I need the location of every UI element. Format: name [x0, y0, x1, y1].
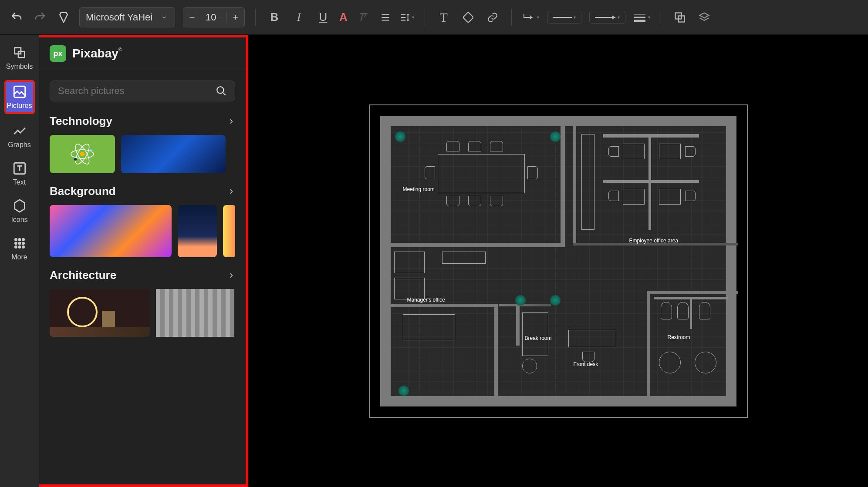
- category-expand-button[interactable]: [227, 188, 235, 195]
- italic-button[interactable]: I: [290, 9, 307, 26]
- svg-point-19: [18, 246, 20, 248]
- picture-thumb[interactable]: [121, 135, 226, 173]
- group-button[interactable]: [672, 9, 688, 26]
- toilet: [661, 302, 672, 319]
- rail-item-text[interactable]: Text: [4, 158, 35, 189]
- font-size-decrease-button[interactable]: −: [183, 8, 201, 27]
- chair: [490, 196, 503, 206]
- rail-item-graphs[interactable]: Graphs: [4, 121, 35, 151]
- wall: [573, 121, 576, 243]
- main-area: Symbols Pictures Graphs Text Icons More …: [0, 35, 868, 487]
- counter: [522, 312, 548, 356]
- rail-label: More: [11, 253, 27, 261]
- font-size-increase-button[interactable]: +: [227, 8, 244, 27]
- font-color-button[interactable]: A: [339, 10, 348, 24]
- left-rail: Symbols Pictures Graphs Text Icons More: [0, 35, 39, 487]
- undo-button[interactable]: [9, 10, 24, 25]
- wall: [385, 121, 391, 401]
- chair: [582, 352, 594, 362]
- svg-point-27: [74, 158, 77, 161]
- insert-text-button[interactable]: T: [436, 9, 452, 26]
- room-label-restroom: Restroom: [668, 334, 690, 340]
- picture-thumb[interactable]: [50, 135, 115, 173]
- line-style-button[interactable]: ▾: [547, 11, 581, 24]
- category-technology: Technology: [39, 112, 246, 182]
- plant-icon: [550, 295, 561, 306]
- chair: [685, 191, 696, 201]
- font-family-select[interactable]: Microsoft YaHei: [79, 7, 175, 27]
- svg-point-21: [217, 87, 223, 93]
- drawing-page[interactable]: Meeting room Employee office area: [369, 104, 748, 418]
- search-input[interactable]: [58, 85, 216, 97]
- category-title: Background: [50, 185, 116, 198]
- picture-thumb[interactable]: [156, 289, 234, 337]
- format-painter-button[interactable]: [56, 10, 71, 25]
- shape-button[interactable]: [460, 9, 476, 26]
- rail-item-symbols[interactable]: Symbols: [4, 43, 35, 73]
- chart-line-icon: [12, 124, 27, 138]
- desk: [623, 144, 645, 159]
- chair: [446, 196, 459, 206]
- chair: [527, 166, 538, 179]
- picture-thumb[interactable]: [50, 205, 172, 257]
- chair: [685, 146, 696, 157]
- font-size-value: 10: [206, 12, 216, 23]
- redo-button[interactable]: [32, 10, 48, 25]
- front-desk: [568, 330, 616, 347]
- wall: [726, 121, 731, 401]
- chair: [468, 141, 481, 151]
- copyright-icon: ©: [118, 47, 122, 53]
- bold-button[interactable]: B: [266, 9, 283, 26]
- room-label-meeting: Meeting room: [403, 186, 435, 192]
- svg-point-26: [90, 149, 92, 152]
- connector-style-button[interactable]: ▾: [522, 12, 539, 23]
- wall: [647, 291, 650, 404]
- line-height-button[interactable]: ▾: [399, 12, 414, 23]
- layers-button[interactable]: [696, 9, 713, 26]
- picture-thumb[interactable]: [50, 289, 150, 337]
- desk: [403, 314, 455, 340]
- clear-format-button[interactable]: [355, 9, 372, 26]
- plant-icon: [550, 131, 561, 142]
- search-wrap: [50, 81, 235, 101]
- sink: [659, 352, 681, 373]
- arrow-style-button[interactable]: ▾: [589, 11, 625, 24]
- canvas[interactable]: Meeting room Employee office area: [248, 35, 868, 487]
- wall: [499, 304, 551, 306]
- panel-title: Pixabay: [72, 47, 118, 60]
- rail-item-icons[interactable]: Icons: [4, 196, 35, 226]
- chair: [425, 166, 435, 179]
- sofa: [394, 278, 425, 299]
- category-expand-button[interactable]: [227, 118, 235, 125]
- align-button[interactable]: [380, 12, 391, 23]
- svg-point-15: [15, 242, 17, 244]
- picture-thumb[interactable]: [223, 205, 235, 257]
- wall: [494, 304, 498, 404]
- rail-item-more[interactable]: More: [4, 233, 35, 264]
- svg-point-20: [22, 246, 24, 248]
- toilet: [699, 302, 710, 319]
- room-label-manager: Manager's office: [407, 297, 445, 303]
- divider: [255, 9, 256, 26]
- toilet: [677, 302, 689, 319]
- divider: [661, 9, 661, 26]
- stool: [522, 359, 537, 373]
- underline-button[interactable]: U: [315, 9, 331, 26]
- floorplan[interactable]: Meeting room Employee office area: [380, 116, 736, 406]
- plant-icon: [515, 295, 526, 306]
- category-expand-button[interactable]: [227, 272, 235, 279]
- chair: [490, 141, 503, 151]
- cabinet: [442, 252, 486, 264]
- line-weight-button[interactable]: ▾: [633, 12, 650, 23]
- picture-thumb[interactable]: [178, 205, 217, 257]
- room-label-frontdesk: Front desk: [574, 361, 598, 367]
- sofa: [394, 252, 425, 273]
- rail-label: Text: [13, 178, 26, 186]
- wall: [385, 396, 731, 401]
- grid-dots-icon: [12, 236, 27, 251]
- link-button[interactable]: [484, 9, 501, 26]
- search-icon[interactable]: [216, 85, 227, 97]
- desk: [659, 144, 681, 159]
- font-size-select[interactable]: 10: [201, 12, 227, 23]
- rail-item-pictures[interactable]: Pictures: [4, 80, 35, 114]
